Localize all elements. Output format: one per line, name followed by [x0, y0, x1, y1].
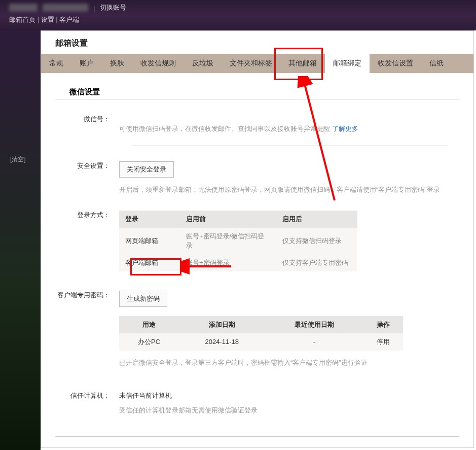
trust-value: 未信任当前计算机	[119, 391, 458, 400]
tab-skin[interactable]: 换肤	[102, 54, 132, 73]
client-password-desc: 已开启微信安全登录，登录第三方客户端时，密码框需输入“客户端专用密码”进行验证	[119, 358, 458, 368]
login-mode-table: 登录 启用前 启用后 网页端邮箱 账号+密码登录/微信扫码登录 仅支持微信扫码登…	[119, 211, 357, 271]
sidebar-clear-link[interactable]: [清空]	[10, 155, 26, 164]
cell-last-used: -	[265, 333, 363, 351]
cell-client-before: 账号+密码登录	[180, 254, 276, 271]
learn-more-link[interactable]: 了解更多	[332, 125, 358, 132]
label-wechat-id: 微信号：	[41, 115, 119, 134]
tab-folders[interactable]: 文件夹和标签	[222, 54, 280, 73]
security-desc: 开启后，须重新登录邮箱；无法使用原密码登录，网页版请使用微信扫码，客户端请使用“…	[119, 185, 458, 195]
row-client-password: 客户端专用密码： 生成新密码 用途 添加日期 最近使用日期 操作 办公PC 20…	[41, 291, 473, 368]
client-password-table: 用途 添加日期 最近使用日期 操作 办公PC 2024-11-18 - 停用	[119, 316, 403, 351]
close-secure-login-button[interactable]: 关闭安全登录	[119, 161, 174, 178]
section-divider	[55, 436, 459, 437]
topbar-row-1: | 切换账号	[9, 0, 476, 12]
tab-stationery[interactable]: 信纸	[421, 54, 452, 73]
cell-client: 客户端邮箱	[119, 254, 180, 271]
row-body: 可使用微信扫码登录，在微信收发邮件、查找同事以及接收账号异常提醒 了解更多	[119, 115, 473, 134]
topbar: | 切换账号 邮箱首页 | 设置 | 客户端	[0, 0, 476, 30]
table-row: 网页端邮箱 账号+密码登录/微信扫码登录 仅支持微信扫码登录	[119, 228, 357, 254]
label-security: 安全设置：	[41, 161, 119, 195]
sidebar: [清空]	[0, 30, 41, 450]
label-login-mode: 登录方式：	[41, 211, 119, 271]
tab-binding[interactable]: 邮箱绑定	[325, 54, 370, 73]
cell-usage: 办公PC	[119, 333, 179, 351]
cell-web: 网页端邮箱	[119, 228, 180, 254]
section-wechat-title: 微信设置	[69, 87, 459, 97]
row-trust-computer: 信任计算机： 未信任当前计算机 受信任的计算机登录邮箱无需使用微信验证登录	[41, 391, 473, 416]
row-body: 生成新密码 用途 添加日期 最近使用日期 操作 办公PC 2024-11-18 …	[119, 291, 473, 368]
separator: |	[93, 4, 95, 12]
main-panel: 邮箱设置 常规 账户 换肤 收发信规则 反垃圾 文件夹和标签 其他邮箱 邮箱绑定…	[41, 30, 474, 448]
cell-client-after: 仅支持客户端专用密码	[276, 254, 357, 271]
row-body: 登录 启用前 启用后 网页端邮箱 账号+密码登录/微信扫码登录 仅支持微信扫码登…	[119, 211, 473, 271]
generate-password-button[interactable]: 生成新密码	[119, 291, 167, 307]
label-client-password: 客户端专用密码：	[41, 291, 119, 368]
tab-account[interactable]: 账户	[71, 54, 102, 73]
settings-tabs: 常规 账户 换肤 收发信规则 反垃圾 文件夹和标签 其他邮箱 邮箱绑定 收发信设…	[41, 54, 473, 73]
row-wechat-id: 微信号： 可使用微信扫码登录，在微信收发邮件、查找同事以及接收账号异常提醒 了解…	[41, 115, 473, 134]
switch-account-link[interactable]: 切换账号	[100, 3, 126, 12]
topbar-row-2: 邮箱首页 | 设置 | 客户端	[9, 15, 476, 24]
th-add-date: 添加日期	[179, 316, 265, 333]
tab-spam[interactable]: 反垃圾	[184, 54, 222, 73]
trust-desc: 受信任的计算机登录邮箱无需使用微信验证登录	[119, 405, 458, 416]
th-after: 启用后	[276, 211, 357, 228]
table-row: 办公PC 2024-11-18 - 停用	[119, 333, 403, 351]
wechat-id-desc-text: 可使用微信扫码登录，在微信收发邮件、查找同事以及接收账号异常提醒	[119, 125, 332, 132]
tab-other-mail[interactable]: 其他邮箱	[280, 54, 325, 73]
blurred-username	[9, 4, 38, 12]
tab-send-recv[interactable]: 收发信设置	[370, 54, 421, 73]
cell-disable-link[interactable]: 停用	[364, 333, 403, 351]
table-row: 客户端邮箱 账号+密码登录 仅支持客户端专用密码	[119, 254, 357, 271]
th-last-used: 最近使用日期	[265, 316, 363, 333]
label-trust: 信任计算机：	[41, 391, 119, 416]
cell-add-date: 2024-11-18	[179, 333, 265, 351]
tab-general[interactable]: 常规	[41, 54, 71, 73]
cell-web-before: 账号+密码登录/微信扫码登录	[180, 228, 276, 254]
content: 微信设置	[41, 87, 473, 97]
sub-divider	[132, 146, 448, 146]
cell-web-after: 仅支持微信扫码登录	[276, 228, 357, 254]
separator: |	[38, 16, 41, 23]
wechat-id-desc: 可使用微信扫码登录，在微信收发邮件、查找同事以及接收账号异常提醒 了解更多	[119, 124, 458, 134]
nav-client[interactable]: 客户端	[59, 16, 79, 23]
page-title: 邮箱设置	[41, 31, 473, 54]
row-body: 关闭安全登录 开启后，须重新登录邮箱；无法使用原密码登录，网页版请使用微信扫码，…	[119, 161, 473, 195]
section-divider	[55, 99, 459, 99]
th-login: 登录	[119, 211, 180, 228]
row-security: 安全设置： 关闭安全登录 开启后，须重新登录邮箱；无法使用原密码登录，网页版请使…	[41, 161, 473, 195]
th-before: 启用前	[180, 211, 276, 228]
row-body: 未信任当前计算机 受信任的计算机登录邮箱无需使用微信验证登录	[119, 391, 473, 416]
blurred-email	[43, 4, 88, 12]
th-usage: 用途	[119, 316, 179, 333]
tab-rules[interactable]: 收发信规则	[132, 54, 184, 73]
th-action: 操作	[364, 316, 403, 333]
nav-mail-home[interactable]: 邮箱首页	[9, 16, 35, 23]
row-login-mode: 登录方式： 登录 启用前 启用后 网页端邮箱 账号+密码登录/微信扫码登录 仅支…	[41, 211, 473, 271]
nav-settings[interactable]: 设置	[41, 16, 54, 23]
